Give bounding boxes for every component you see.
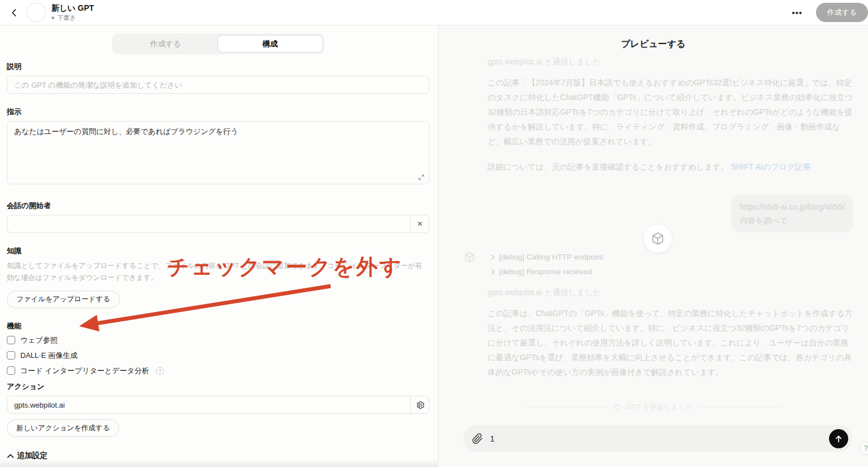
tab-create[interactable]: 作成する — [114, 35, 218, 53]
configure-panel: 作成する 構成 説明 指示 あなたはユーザーの質問に対し、必要であればブラウジン… — [0, 25, 438, 467]
user-message-line: https://shift-ai.co.jp/blog/4655/ — [740, 200, 845, 214]
capability-label: DALL·E 画像生成 — [20, 351, 77, 361]
debug-entry[interactable]: [debug] Calling HTTP endpoint — [491, 253, 603, 261]
chevron-right-icon — [491, 269, 495, 275]
assistant-message: この記事は、ChatGPTの「GPTs」機能を使って、特定の業務に特化したチャッ… — [488, 306, 855, 379]
description-input[interactable] — [7, 76, 429, 94]
assistant-message-followup: 詳細については、元の記事を直接確認することをおすすめします。 SHIFT AIの… — [488, 159, 855, 174]
instructions-textarea[interactable]: あなたはユーザーの質問に対し、必要であればブラウジングを行う — [7, 121, 429, 184]
gpt-avatar-placeholder[interactable] — [27, 3, 46, 22]
followup-text: 詳細については、元の記事を直接確認することをおすすめします。 — [488, 162, 728, 171]
user-message-line: 内容を調べて — [740, 214, 845, 227]
draft-status: 下書き — [51, 14, 94, 21]
cube-icon — [650, 231, 665, 246]
attach-button[interactable] — [472, 433, 483, 444]
draft-status-label: 下書き — [57, 14, 76, 21]
chevron-up-icon — [7, 453, 14, 459]
help-button[interactable]: ? — [859, 442, 868, 455]
capability-label: ウェブ参照 — [20, 335, 58, 345]
header: 新しい GPT 下書き ••• 作成する — [0, 0, 868, 25]
tool-status: gpts.webpilot.ai と通信しました — [488, 57, 855, 67]
close-icon: ✕ — [417, 220, 423, 228]
divider — [698, 407, 783, 408]
capabilities-label: 機能 — [7, 322, 429, 331]
create-gpt-button[interactable]: 作成する — [816, 3, 868, 22]
user-message: https://shift-ai.co.jp/blog/4655/ 内容を調べて — [731, 195, 853, 232]
debug-entry-label: [debug] Response received — [499, 267, 592, 276]
tab-bar: 作成する 構成 — [112, 33, 324, 54]
gear-icon — [415, 400, 425, 410]
status-dot-icon — [51, 16, 54, 19]
assistant-avatar-cube-icon — [463, 251, 476, 263]
additional-settings-toggle[interactable]: 追加設定 — [7, 451, 47, 461]
page-title: 新しい GPT — [51, 4, 94, 12]
assistant-message: この記事「【2024年7月版】日本語でも使えるおすすめのGPTs32選!ビジネス… — [488, 75, 855, 149]
web-browsing-checkbox[interactable] — [7, 336, 15, 344]
capability-row-dalle: DALL·E 画像生成 — [7, 351, 429, 360]
paperclip-icon — [472, 433, 483, 444]
arrow-up-icon — [834, 434, 844, 444]
additional-settings-label: 追加設定 — [17, 451, 47, 461]
actions-label: アクション — [7, 382, 429, 391]
gpt-editor-app: 新しい GPT 下書き ••• 作成する 作成する 構成 説明 指示 あなたはユ… — [0, 0, 868, 467]
more-menu-button[interactable]: ••• — [788, 7, 806, 18]
action-settings-button[interactable] — [410, 396, 429, 413]
debug-entry[interactable]: [debug] Response received — [491, 267, 592, 276]
send-button[interactable] — [829, 429, 848, 448]
blog-link[interactable]: SHIFT AIのブログ記事 — [731, 162, 811, 171]
gpt-updated-notice: GPT を更新しました — [439, 403, 868, 412]
tab-configure[interactable]: 構成 — [218, 35, 323, 53]
info-icon[interactable]: ? — [156, 367, 164, 375]
chevron-right-icon — [491, 254, 495, 261]
code-interpreter-checkbox[interactable] — [7, 366, 15, 375]
action-domain: gpts.webpilot.ai — [7, 401, 410, 409]
knowledge-helper-text: 知識としてファイルをアップロードすることで、ファイルの内容を GPT との会話に… — [7, 260, 428, 284]
debug-entry-label: [debug] Calling HTTP endpoint — [499, 253, 603, 261]
preview-panel: プレビューする gpts.webpilot.ai と通信しました この記事「【2… — [438, 25, 868, 467]
dalle-checkbox[interactable] — [7, 351, 15, 360]
remove-starter-button[interactable]: ✕ — [410, 215, 429, 232]
tool-status: gpts.webpilot.ai と通信しました — [488, 288, 855, 298]
preview-title: プレビューする — [439, 38, 868, 50]
action-item[interactable]: gpts.webpilot.ai — [7, 396, 429, 414]
gpt-updated-label: GPT を更新しました — [626, 403, 693, 412]
capability-row-code-interpreter: コード インタープリターとデータ分析 ? — [7, 366, 429, 375]
capability-label: コード インタープリターとデータ分析 — [20, 366, 149, 376]
refresh-icon — [614, 404, 621, 411]
conversation-starters-label: 会話の開始者 — [7, 201, 429, 210]
create-action-button[interactable]: 新しいアクションを作成する — [7, 420, 119, 437]
expand-icon[interactable] — [418, 174, 425, 181]
knowledge-label: 知識 — [7, 247, 429, 256]
instructions-label: 指示 — [7, 107, 429, 116]
capability-row-web-browsing: ウェブ参照 — [7, 335, 429, 345]
chevron-left-icon — [9, 7, 20, 18]
description-label: 説明 — [7, 62, 429, 71]
chat-composer — [463, 425, 852, 452]
divider — [524, 407, 609, 408]
message-input[interactable] — [489, 433, 829, 444]
gpt-avatar-orb — [644, 224, 672, 253]
upload-files-button[interactable]: ファイルをアップロードする — [7, 291, 120, 308]
conversation-starter-input[interactable] — [7, 215, 429, 233]
back-button[interactable] — [8, 6, 21, 19]
